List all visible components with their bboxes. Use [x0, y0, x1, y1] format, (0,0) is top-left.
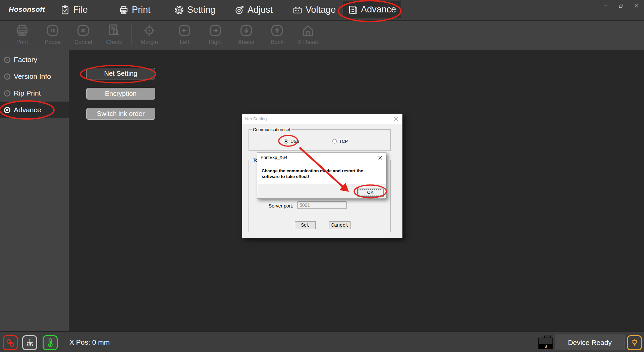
toolbar-separator [326, 24, 326, 44]
sidebar-label: Rip Print [14, 89, 41, 97]
menu-item-voltage[interactable]: Voltage [288, 0, 340, 20]
menu-bar: Hosonsoft File Print Setting Adjust Volt… [0, 0, 644, 20]
toolbar-ahead-button[interactable]: Ahead [232, 23, 260, 46]
toolbar-pause-button[interactable]: Pause [39, 23, 67, 46]
ahead-icon [239, 23, 254, 38]
toolbar-label: Back [271, 39, 283, 46]
sidebar-item-rip-print[interactable]: Rip Print [0, 85, 69, 102]
toolbar-print-icon [15, 23, 30, 38]
sidebar-label: Advance [14, 106, 41, 114]
menu-label: Setting [187, 5, 215, 15]
check-icon [107, 23, 121, 38]
radio-icon [4, 90, 10, 97]
right-icon [208, 23, 223, 38]
minimize-button[interactable] [598, 0, 613, 11]
message-box-text: Change the communication mode and restar… [262, 168, 382, 179]
usb-radio[interactable]: USB [284, 139, 300, 144]
toolbar-right-button[interactable]: Right [201, 23, 229, 46]
toolbar-back-button[interactable]: Back [263, 23, 291, 46]
menu-label: Advance [361, 4, 396, 15]
toolbar-label: Right [209, 39, 222, 46]
toolbar-label: Cancel [74, 39, 92, 46]
toolbar-check-button[interactable]: Check [100, 23, 128, 46]
printhead-status-icon[interactable] [22, 335, 37, 350]
ink-tank-label: S [539, 344, 552, 349]
toolbar-separator [131, 24, 132, 44]
sidebar-label: Version Info [14, 72, 51, 80]
sidebar-item-factory[interactable]: Factory [0, 51, 69, 68]
menu-label: Voltage [306, 5, 336, 15]
dialog-close-icon[interactable] [393, 116, 399, 122]
radio-icon [4, 57, 10, 63]
adjust-icon [234, 5, 245, 15]
message-box-title: PrintExp_X64 [261, 155, 287, 160]
toolbar-print-button[interactable]: Print [8, 23, 36, 46]
sidebar-item-advance[interactable]: Advance [0, 102, 69, 118]
printexp-message-box: PrintExp_X64 Change the communication mo… [257, 153, 386, 199]
print-icon [119, 5, 129, 15]
tcp-radio-label: TCP [339, 139, 348, 144]
toolbar-left-button[interactable]: Left [170, 23, 199, 46]
ok-button[interactable]: OK [357, 188, 383, 196]
server-port-label: Server port: [256, 203, 293, 209]
toolbar-x-reset-button[interactable]: X Reset [294, 23, 322, 46]
toolbar-label: X Reset [298, 39, 318, 46]
toolbar-label: Left [180, 39, 189, 46]
sidebar: Factory Version Info Rip Print Advance [0, 50, 69, 331]
radio-icon [4, 73, 10, 80]
tcp-radio[interactable]: TCP [332, 139, 348, 144]
advance-icon [348, 5, 358, 15]
left-icon [177, 23, 192, 38]
radio-checked-icon [284, 139, 288, 143]
x-position-readout: X Pos: 0 mm [69, 332, 110, 352]
radio-selected-icon [4, 107, 10, 113]
menu-item-print[interactable]: Print [114, 0, 155, 20]
menu-item-setting[interactable]: Setting [169, 0, 220, 20]
toolbar-cancel-button[interactable]: Cancel [69, 23, 97, 46]
device-status-text: Device Ready [568, 339, 612, 347]
toolbar-label: Ahead [238, 39, 254, 46]
ink-tank-body: S [538, 338, 553, 349]
file-icon [60, 5, 70, 15]
group-label: Communication set [252, 127, 291, 132]
menu-label: Adjust [248, 5, 273, 15]
ink-tank-icon: S [538, 336, 553, 349]
menu-item-advance[interactable]: Advance [343, 1, 401, 18]
status-bar: X Pos: 0 mm S Device Ready [0, 331, 644, 352]
cancel-button[interactable]: Cancel [329, 221, 351, 229]
voltage-icon [292, 5, 303, 15]
pause-icon [45, 23, 60, 38]
usb-radio-label: USB [290, 139, 300, 144]
encryption-button[interactable]: Encryption [86, 88, 155, 100]
light-button[interactable] [627, 335, 642, 350]
set-button[interactable]: Set [295, 221, 316, 229]
toolbar-label: Margin [141, 39, 158, 46]
menu-label: File [73, 5, 88, 15]
toolbar-label: Print [16, 39, 28, 46]
switch-ink-order-button[interactable]: Switch ink order [86, 108, 155, 120]
menu-item-adjust[interactable]: Adjust [230, 0, 277, 20]
communication-set-group: Communication set [249, 129, 391, 151]
close-button[interactable] [629, 0, 644, 11]
menu-item-file[interactable]: File [55, 0, 93, 20]
menu-label: Print [132, 5, 151, 15]
dialog-title: Net Setting [245, 116, 267, 121]
message-box-close-icon[interactable] [377, 155, 383, 161]
link-status-icon[interactable] [3, 335, 18, 350]
net-setting-button[interactable]: Net Setting [86, 68, 155, 79]
app-logo: Hosonsoft [9, 5, 45, 13]
toolbar: Print Pause Cancel Check Margin Left [0, 21, 644, 50]
dialog-titlebar[interactable]: Net Setting [242, 114, 402, 124]
ok-button-label: OK [359, 189, 382, 195]
setting-icon [174, 5, 184, 15]
back-icon [270, 23, 284, 38]
temperature-status-icon[interactable] [43, 335, 58, 350]
sidebar-item-version-info[interactable]: Version Info [0, 68, 69, 85]
toolbar-margin-button[interactable]: Margin [135, 23, 163, 46]
server-port-input[interactable] [298, 201, 346, 209]
restore-button[interactable] [613, 0, 629, 11]
toolbar-label: Pause [45, 39, 61, 46]
device-status-panel: Device Ready [555, 335, 625, 350]
margin-icon [142, 23, 157, 38]
cancel-icon [76, 23, 91, 38]
